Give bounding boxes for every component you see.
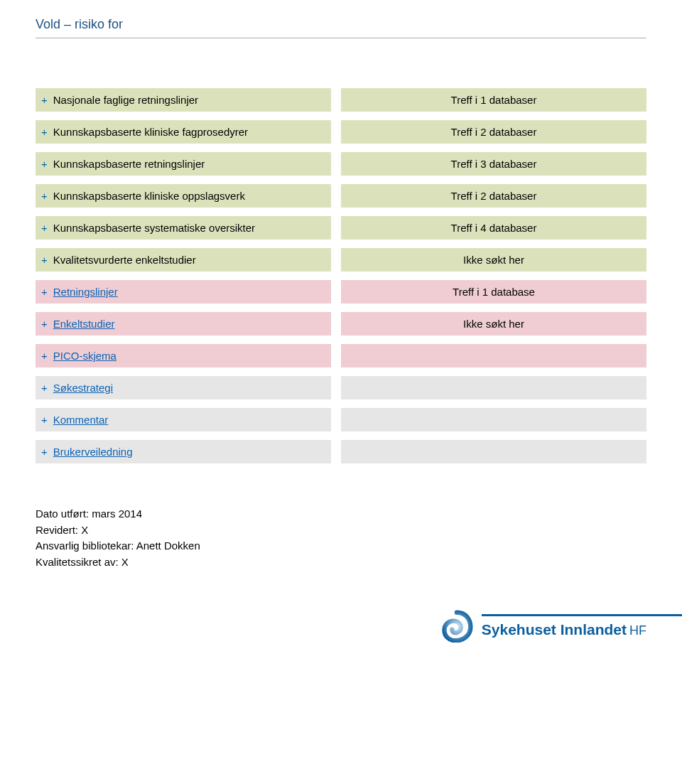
footer-line: Ansvarlig bibliotekar: Anett Dokken [36, 538, 646, 554]
row-value: Ikke søkt her [341, 248, 646, 272]
row-link[interactable]: Søkestrategi [53, 382, 113, 394]
logo-area: Sykehuset InnlandetHF [36, 610, 646, 643]
list-row: + PICO-skjema [36, 344, 646, 367]
list-row: + Kunnskapsbaserte retningslinjer Treff … [36, 152, 646, 176]
plus-icon: + [41, 222, 48, 234]
result-list: + Nasjonale faglige retningslinjer Treff… [36, 88, 646, 463]
list-row: + Retningslinjer Treff i 1 database [36, 280, 646, 304]
row-value: Treff i 1 databaser [341, 88, 646, 112]
list-row: + Kommentar [36, 408, 646, 431]
list-row: + Kvalitetsvurderte enkeltstudier Ikke s… [36, 248, 646, 272]
row-link[interactable]: Enkeltstudier [53, 318, 115, 330]
plus-icon: + [41, 190, 48, 202]
row-value [341, 408, 646, 431]
swirl-icon [440, 610, 473, 643]
footer-line: Revidert: X [36, 522, 646, 539]
row-link[interactable]: PICO-skjema [53, 350, 117, 362]
row-label-cell: + Kunnskapsbaserte kliniske fagprosedyre… [36, 120, 331, 144]
row-value [341, 440, 646, 463]
row-label-cell: + Enkeltstudier [36, 312, 331, 335]
row-label-cell: + Retningslinjer [36, 280, 331, 304]
row-value: Treff i 2 databaser [341, 120, 646, 144]
row-value: Treff i 2 databaser [341, 184, 646, 208]
row-label-cell: + Brukerveiledning [36, 440, 331, 463]
row-label-cell: + Søkestrategi [36, 376, 331, 399]
row-label: Kunnskapsbaserte systematiske oversikter [53, 222, 255, 234]
plus-icon: + [41, 318, 48, 330]
row-value [341, 376, 646, 399]
row-label-cell: + PICO-skjema [36, 344, 331, 367]
page-title: Vold – risiko for [36, 17, 646, 38]
plus-icon: + [41, 254, 48, 266]
org-logo: Sykehuset InnlandetHF [440, 610, 646, 643]
plus-icon: + [41, 94, 48, 106]
list-row: + Brukerveiledning [36, 440, 646, 463]
row-value: Ikke søkt her [341, 312, 646, 335]
logo-divider [482, 614, 682, 616]
row-label: Kunnskapsbaserte kliniske oppslagsverk [53, 190, 245, 202]
plus-icon: + [41, 382, 48, 394]
row-link[interactable]: Brukerveiledning [53, 446, 133, 458]
row-label-cell: + Kunnskapsbaserte kliniske oppslagsverk [36, 184, 331, 208]
plus-icon: + [41, 446, 48, 458]
plus-icon: + [41, 286, 48, 298]
row-label: Kunnskapsbaserte kliniske fagprosedyrer [53, 126, 248, 138]
list-row: + Kunnskapsbaserte kliniske oppslagsverk… [36, 184, 646, 208]
list-row: + Kunnskapsbaserte systematiske oversikt… [36, 216, 646, 240]
plus-icon: + [41, 350, 48, 362]
list-row: + Nasjonale faglige retningslinjer Treff… [36, 88, 646, 112]
list-row: + Enkeltstudier Ikke søkt her [36, 312, 646, 335]
row-value [341, 344, 646, 367]
row-link[interactable]: Kommentar [53, 414, 109, 426]
logo-text: Sykehuset InnlandetHF [482, 621, 646, 638]
plus-icon: + [41, 414, 48, 426]
row-label-cell: + Nasjonale faglige retningslinjer [36, 88, 331, 112]
row-value: Treff i 3 databaser [341, 152, 646, 176]
row-label: Kunnskapsbaserte retningslinjer [53, 158, 205, 170]
footer-metadata: Dato utført: mars 2014 Revidert: X Ansva… [36, 506, 646, 570]
list-row: + Kunnskapsbaserte kliniske fagprosedyre… [36, 120, 646, 144]
row-label-cell: + Kvalitetsvurderte enkeltstudier [36, 248, 331, 272]
footer-line: Kvalitetssikret av: X [36, 554, 646, 571]
row-link[interactable]: Retningslinjer [53, 286, 118, 298]
plus-icon: + [41, 126, 48, 138]
list-row: + Søkestrategi [36, 376, 646, 399]
row-value: Treff i 4 databaser [341, 216, 646, 240]
row-label: Kvalitetsvurderte enkeltstudier [53, 254, 196, 266]
row-label: Nasjonale faglige retningslinjer [53, 94, 198, 106]
row-label-cell: + Kunnskapsbaserte retningslinjer [36, 152, 331, 176]
row-label-cell: + Kunnskapsbaserte systematiske oversikt… [36, 216, 331, 240]
row-label-cell: + Kommentar [36, 408, 331, 431]
footer-line: Dato utført: mars 2014 [36, 506, 646, 522]
row-value: Treff i 1 database [341, 280, 646, 304]
plus-icon: + [41, 158, 48, 170]
